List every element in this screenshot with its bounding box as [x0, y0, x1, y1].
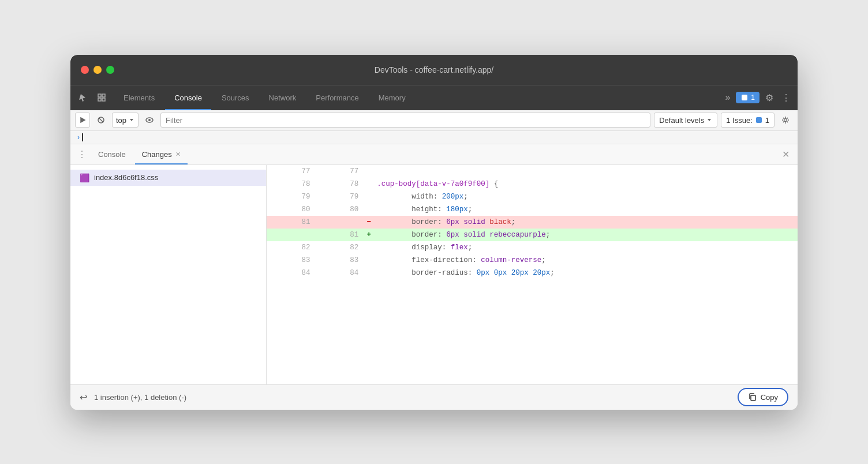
list-item[interactable]: 🟪 index.8d6c6f18.css [70, 170, 266, 186]
issues-badge-button[interactable]: 1 [736, 92, 760, 103]
line-num-right: 79 [315, 190, 364, 203]
svg-point-13 [784, 119, 787, 122]
line-content: width: 200px; [375, 190, 798, 203]
diff-marker [363, 203, 375, 216]
titlebar: DevTools - coffee-cart.netlify.app/ [70, 55, 798, 85]
tab-changes-panel[interactable]: Changes ✕ [135, 144, 188, 164]
svg-rect-3 [102, 98, 105, 101]
code-table: 77 77 78 78 .cup-body[data-v-7a0f9f00] { [267, 165, 798, 279]
table-row: 81 − border: 6px solid black; [267, 216, 798, 229]
eye-icon-button[interactable] [142, 113, 157, 128]
line-content: flex-direction: column-reverse; [375, 254, 798, 267]
table-row: 79 79 width: 200px; [267, 190, 798, 203]
devtools-window: DevTools - coffee-cart.netlify.app/ Elem… [70, 55, 798, 410]
line-content: display: flex; [375, 241, 798, 254]
svg-rect-1 [102, 94, 105, 97]
filter-input[interactable] [160, 113, 650, 128]
cursor-icon[interactable] [75, 89, 91, 106]
close-button[interactable] [81, 66, 89, 74]
table-row: 82 82 display: flex; [267, 241, 798, 254]
maximize-button[interactable] [106, 66, 114, 74]
line-num-left: 80 [267, 203, 315, 216]
svg-rect-12 [756, 117, 762, 123]
more-tabs-button[interactable]: » [723, 92, 732, 103]
tab-console-panel[interactable]: Console [91, 144, 133, 164]
tab-console[interactable]: Console [165, 85, 211, 110]
svg-marker-5 [81, 118, 85, 122]
diff-marker [363, 178, 375, 190]
minimize-button[interactable] [93, 66, 102, 74]
line-content: .cup-body[data-v-7a0f9f00] { [375, 178, 798, 190]
tab-sources[interactable]: Sources [212, 85, 259, 110]
tab-elements[interactable]: Elements [114, 85, 164, 110]
panel-tabs-bar: ⋮ Console Changes ✕ ✕ [70, 144, 798, 165]
diff-marker [363, 267, 375, 279]
line-num-right: 78 [315, 178, 364, 190]
table-row: 80 80 height: 180px; [267, 203, 798, 216]
line-num-right: 82 [315, 241, 364, 254]
line-num-left: 79 [267, 190, 315, 203]
copy-button[interactable]: Copy [738, 388, 788, 406]
svg-point-10 [148, 119, 151, 121]
diff-marker [363, 241, 375, 254]
tab-memory[interactable]: Memory [369, 85, 415, 110]
svg-marker-8 [130, 119, 133, 121]
line-num-left: 77 [267, 165, 315, 178]
tab-changes-close[interactable]: ✕ [175, 151, 181, 158]
diff-marker [363, 165, 375, 178]
svg-marker-11 [708, 119, 711, 121]
toolbar-right: » 1 ⚙ ⋮ [723, 90, 793, 106]
line-num-left: 81 [267, 216, 315, 229]
issues-button[interactable]: 1 Issue: 1 [721, 113, 775, 128]
file-panel: 🟪 index.8d6c6f18.css [70, 165, 267, 384]
console-settings-icon[interactable] [778, 113, 793, 128]
table-row: 84 84 border-radius: 0px 0px 20px 20px; [267, 267, 798, 279]
play-icon-button[interactable] [75, 113, 90, 128]
diff-marker [363, 190, 375, 203]
line-content: border: 6px solid black; [375, 216, 798, 229]
main-toolbar: Elements Console Sources Network Perform… [70, 85, 798, 110]
console-prompt-line: › [70, 131, 798, 144]
revert-icon[interactable]: ↩ [80, 392, 87, 403]
file-name: index.8d6c6f18.css [94, 173, 158, 182]
line-content: border-radius: 0px 0px 20px 20px; [375, 267, 798, 279]
settings-button[interactable]: ⚙ [763, 90, 776, 106]
diff-summary: 1 insertion (+), 1 deletion (-) [94, 393, 186, 402]
table-row: 83 83 flex-direction: column-reverse; [267, 254, 798, 267]
close-panel-button[interactable]: ✕ [779, 149, 793, 160]
line-num-right [315, 216, 364, 229]
log-levels-selector[interactable]: Default levels [654, 113, 717, 128]
window-title: DevTools - coffee-cart.netlify.app/ [375, 65, 493, 74]
table-row: 78 78 .cup-body[data-v-7a0f9f00] { [267, 178, 798, 190]
svg-rect-14 [751, 395, 755, 401]
svg-rect-0 [98, 94, 101, 97]
footer-bar: ↩ 1 insertion (+), 1 deletion (-) Copy [70, 384, 798, 410]
svg-rect-4 [742, 95, 747, 100]
line-num-right: 84 [315, 267, 364, 279]
tab-performance[interactable]: Performance [306, 85, 368, 110]
line-num-right: 80 [315, 203, 364, 216]
line-content: border: 6px solid rebeccapurple; [375, 229, 798, 241]
diff-marker: − [363, 216, 375, 229]
line-num-left: 82 [267, 241, 315, 254]
line-num-right: 83 [315, 254, 364, 267]
code-diff-panel: 77 77 78 78 .cup-body[data-v-7a0f9f00] { [267, 165, 798, 384]
copy-icon [748, 392, 757, 402]
prompt-arrow: › [77, 133, 80, 141]
tab-network[interactable]: Network [260, 85, 306, 110]
line-content: height: 180px; [375, 203, 798, 216]
window-controls [81, 66, 114, 74]
line-num-left [267, 229, 315, 241]
inspect-icon[interactable] [93, 89, 110, 106]
svg-rect-2 [98, 98, 101, 101]
line-num-right: 81 [315, 229, 364, 241]
panel-options-icon[interactable]: ⋮ [75, 149, 89, 160]
more-menu-button[interactable]: ⋮ [779, 92, 793, 103]
split-view: 🟪 index.8d6c6f18.css 77 77 78 [70, 165, 798, 384]
context-selector[interactable]: top [112, 113, 139, 128]
table-row: 77 77 [267, 165, 798, 178]
diff-marker: + [363, 229, 375, 241]
block-icon-button[interactable] [93, 113, 108, 128]
line-num-left: 83 [267, 254, 315, 267]
line-content [375, 165, 798, 178]
